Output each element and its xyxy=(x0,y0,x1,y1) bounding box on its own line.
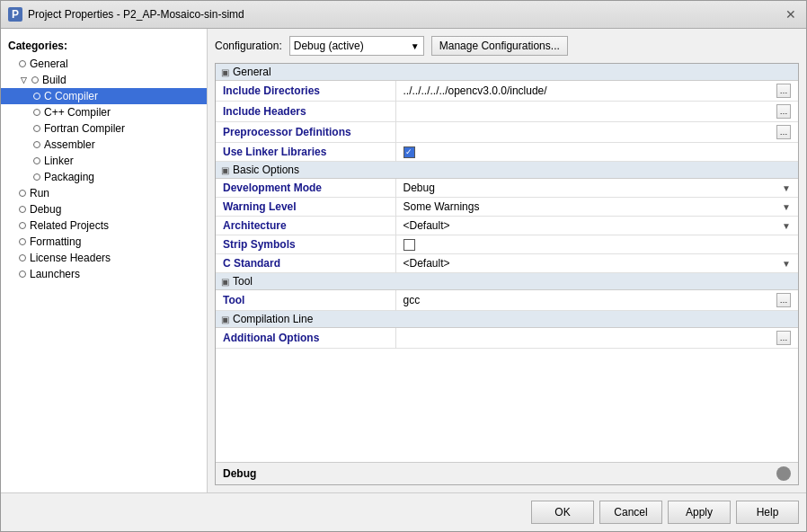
expand-icon: ▽ xyxy=(19,75,28,84)
status-bar: Debug xyxy=(216,462,798,484)
sidebar-item-label: Debug xyxy=(30,203,61,216)
prop-value: ✓ xyxy=(395,143,798,162)
prop-name: Strip Symbols xyxy=(216,235,395,254)
section-tool-header[interactable]: ▣ Tool xyxy=(216,273,798,290)
section-general-header[interactable]: ▣ General xyxy=(216,64,798,81)
prop-value: Debug ▼ xyxy=(395,179,798,198)
dot-icon xyxy=(19,190,26,197)
prop-text: ../../../../../opencv3.0.0/include/ xyxy=(404,84,547,97)
prop-name: Use Linker Libraries xyxy=(216,143,395,162)
prop-value xyxy=(395,235,798,254)
collapse-icon: ▣ xyxy=(221,277,229,287)
browse-button[interactable]: … xyxy=(776,125,791,139)
config-bar: Configuration: Debug (active) ▼ Manage C… xyxy=(215,36,799,56)
sidebar-item-c-compiler[interactable]: C Compiler xyxy=(1,88,207,104)
sidebar-item-formatting[interactable]: Formatting xyxy=(1,234,207,250)
chevron-down-icon: ▼ xyxy=(782,259,791,269)
sidebar-item-license-headers[interactable]: License Headers xyxy=(1,250,207,266)
main-panel: Configuration: Debug (active) ▼ Manage C… xyxy=(208,29,806,492)
config-value: Debug (active) xyxy=(294,40,364,52)
section-basic-options: ▣ Basic Options xyxy=(216,162,798,180)
prop-name: Additional Options xyxy=(216,328,395,349)
browse-button[interactable]: … xyxy=(776,84,791,98)
browse-button[interactable]: … xyxy=(776,293,791,307)
table-row: C Standard <Default> ▼ xyxy=(216,254,798,273)
chevron-down-icon: ▼ xyxy=(782,202,791,212)
prop-value: … xyxy=(395,122,798,143)
prop-name: Preprocessor Definitions xyxy=(216,122,395,143)
window-icon: P xyxy=(8,7,22,22)
close-button[interactable]: ✕ xyxy=(783,6,799,22)
dot-icon xyxy=(19,270,26,278)
apply-button[interactable]: Apply xyxy=(668,501,731,524)
section-basic-options-header[interactable]: ▣ Basic Options xyxy=(216,162,798,179)
sidebar-item-linker[interactable]: Linker xyxy=(1,153,207,169)
table-row: Preprocessor Definitions … xyxy=(216,122,798,143)
prop-name: Architecture xyxy=(216,217,395,235)
window-title: Project Properties - P2_AP-Mosaico-sin-s… xyxy=(28,8,244,21)
section-compilation-line-label: Compilation Line xyxy=(233,313,313,325)
help-button[interactable]: Help xyxy=(736,501,799,524)
sidebar-item-launchers[interactable]: Launchers xyxy=(1,266,207,282)
dot-icon xyxy=(19,206,26,213)
browse-button[interactable]: … xyxy=(776,331,791,345)
dot-icon xyxy=(33,173,40,181)
dot-icon xyxy=(19,238,26,245)
manage-configurations-button[interactable]: Manage Configurations... xyxy=(431,36,568,56)
prop-text: Debug xyxy=(404,182,435,194)
sidebar-item-label: C Compiler xyxy=(44,90,98,102)
sidebar: Categories: General ▽ Build C Compiler C xyxy=(1,29,208,492)
sidebar-item-label: Related Projects xyxy=(30,219,109,232)
dot-icon xyxy=(33,125,40,132)
section-compilation-line: ▣ Compilation Line xyxy=(216,311,798,329)
sidebar-item-packaging[interactable]: Packaging xyxy=(1,169,207,185)
prop-value: … xyxy=(395,328,798,349)
config-label: Configuration: xyxy=(215,40,282,52)
categories-label: Categories: xyxy=(1,36,207,56)
table-row: Include Directories ../../../../../openc… xyxy=(216,81,798,102)
dot-icon xyxy=(19,222,26,229)
prop-name: Warning Level xyxy=(216,198,395,217)
sidebar-item-debug[interactable]: Debug xyxy=(1,201,207,217)
table-row: Use Linker Libraries ✓ xyxy=(216,143,798,162)
table-row: Development Mode Debug ▼ xyxy=(216,179,798,198)
sidebar-item-run[interactable]: Run xyxy=(1,185,207,201)
browse-button[interactable]: … xyxy=(776,104,791,119)
sidebar-item-build[interactable]: ▽ Build xyxy=(1,72,207,88)
title-bar: P Project Properties - P2_AP-Mosaico-sin… xyxy=(1,1,806,29)
dot-icon xyxy=(31,76,39,84)
prop-text: gcc xyxy=(404,294,421,306)
section-basic-options-label: Basic Options xyxy=(233,164,299,176)
sidebar-item-fortran-compiler[interactable]: Fortran Compiler xyxy=(1,120,207,137)
table-row: Warning Level Some Warnings ▼ xyxy=(216,198,798,217)
config-select[interactable]: Debug (active) ▼ xyxy=(289,36,424,56)
prop-value: <Default> ▼ xyxy=(395,254,798,273)
dot-icon xyxy=(33,109,40,116)
prop-text: <Default> xyxy=(404,219,450,232)
checkbox-use-linker[interactable]: ✓ xyxy=(404,146,415,158)
sidebar-item-label: Linker xyxy=(44,155,74,167)
ok-button[interactable]: OK xyxy=(531,501,594,524)
table-row: Strip Symbols xyxy=(216,235,798,254)
section-compilation-line-header[interactable]: ▣ Compilation Line xyxy=(216,311,798,328)
section-general-label: General xyxy=(233,66,271,78)
dot-icon xyxy=(19,254,26,262)
checkbox-strip-symbols[interactable] xyxy=(404,239,415,251)
dot-icon xyxy=(19,60,26,67)
sidebar-item-general[interactable]: General xyxy=(1,56,207,72)
sidebar-item-related-projects[interactable]: Related Projects xyxy=(1,217,207,234)
table-row: Additional Options … xyxy=(216,328,798,349)
sidebar-item-cpp-compiler[interactable]: C++ Compiler xyxy=(1,104,207,120)
cancel-button[interactable]: Cancel xyxy=(599,501,662,524)
collapse-icon: ▣ xyxy=(221,67,229,77)
sidebar-item-assembler[interactable]: Assembler xyxy=(1,137,207,153)
svg-text:P: P xyxy=(12,8,19,21)
sidebar-item-label: License Headers xyxy=(30,252,111,264)
prop-name: Tool xyxy=(216,290,395,311)
chevron-down-icon: ▼ xyxy=(411,41,420,51)
chevron-down-icon: ▼ xyxy=(782,183,791,193)
prop-text: Some Warnings xyxy=(404,200,480,213)
collapse-icon: ▣ xyxy=(221,315,229,324)
properties-scroll: ▣ General Include Directories ../../../.… xyxy=(216,64,798,458)
properties-area: ▣ General Include Directories ../../../.… xyxy=(215,63,799,485)
